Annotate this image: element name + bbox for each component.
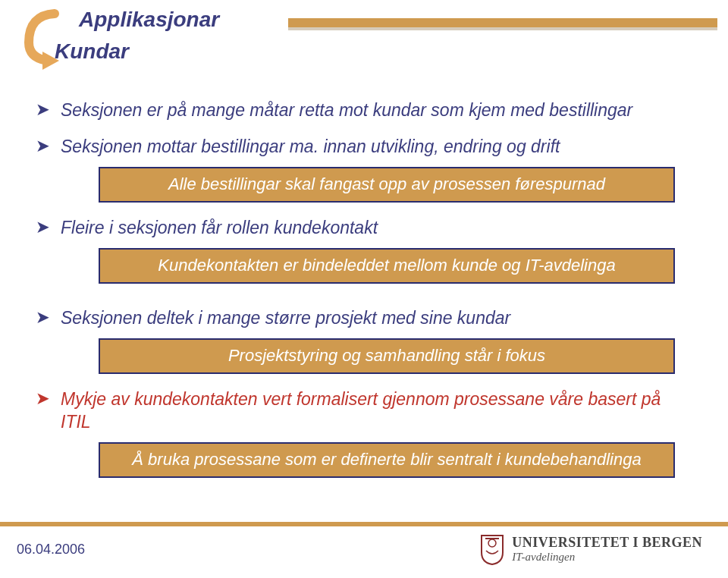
bullet-marker-icon: ➤ (33, 99, 52, 121)
bullet-marker-icon: ➤ (33, 388, 52, 433)
footer: 06.04.2006 UNIVERSITETET I BERGEN IT-avd… (0, 532, 728, 566)
title-line-2: Kundar (55, 39, 219, 64)
footer-right: UNIVERSITETET I BERGEN IT-avdelingen (479, 532, 702, 566)
bullet-marker-icon: ➤ (33, 306, 52, 329)
university-crest-icon (479, 532, 506, 566)
department-name: IT-avdelingen (512, 551, 702, 564)
bullet-marker-icon: ➤ (33, 216, 52, 239)
callout-2: Alle bestillingar skal fangast opp av pr… (99, 167, 675, 203)
bullet-4-text: Seksjonen deltek i mange større prosjekt… (61, 306, 510, 329)
content: ➤ Seksjonen er på mange måtar retta mot … (0, 64, 728, 478)
bullet-2-text: Seksjonen mottar bestillingar ma. innan … (61, 135, 560, 158)
header-rule-shadow (288, 27, 717, 30)
bullet-1-text: Seksjonen er på mange måtar retta mot ku… (61, 99, 632, 121)
callout-3: Kundekontakten er bindeleddet mellom kun… (99, 248, 675, 284)
bullet-marker-icon: ➤ (33, 135, 52, 158)
bullet-1: ➤ Seksjonen er på mange måtar retta mot … (33, 99, 692, 121)
curved-arrow-icon (20, 8, 65, 76)
svg-rect-1 (485, 538, 499, 539)
header-rule (288, 18, 717, 27)
slide: Applikasjonar Kundar ➤ Seksjonen er på m… (0, 0, 728, 578)
bullet-3: ➤ Fleire i seksjonen får rollen kundekon… (33, 216, 692, 239)
callout-5: Å bruka prosessane som er definerte blir… (99, 442, 675, 478)
footer-date: 06.04.2006 (17, 542, 85, 558)
bullet-4: ➤ Seksjonen deltek i mange større prosje… (33, 306, 692, 329)
title-line-1: Applikasjonar (79, 8, 219, 32)
footer-rule (0, 522, 728, 526)
bullet-5-text: Mykje av kundekontakten vert formalisert… (61, 388, 692, 433)
svg-point-0 (488, 539, 496, 547)
header: Applikasjonar Kundar (0, 0, 728, 64)
callout-4: Prosjektstyring og samhandling står i fo… (99, 338, 675, 374)
bullet-3-text: Fleire i seksjonen får rollen kundekonta… (61, 216, 378, 239)
university-name: UNIVERSITETET I BERGEN (512, 535, 702, 551)
bullet-2: ➤ Seksjonen mottar bestillingar ma. inna… (33, 135, 692, 158)
bullet-5: ➤ Mykje av kundekontakten vert formalise… (33, 388, 692, 433)
